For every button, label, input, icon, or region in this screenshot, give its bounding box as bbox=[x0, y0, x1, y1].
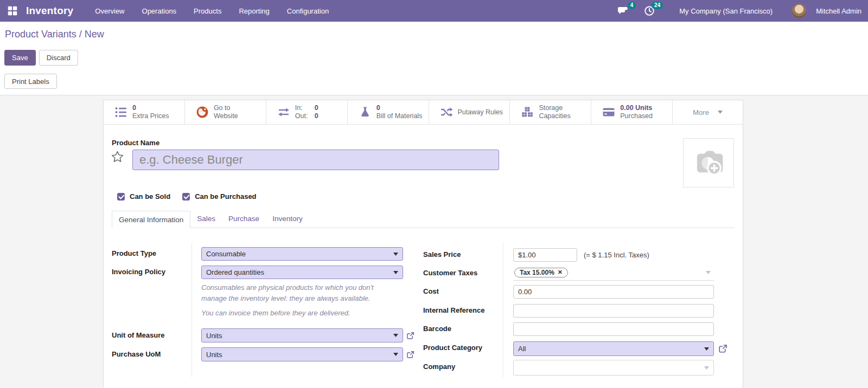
menu-reporting[interactable]: Reporting bbox=[231, 4, 277, 18]
chevron-down-icon bbox=[393, 271, 398, 274]
chevron-down-icon bbox=[718, 111, 723, 114]
exchange-arrows-icon bbox=[277, 106, 290, 119]
internal-reference-label: Internal Reference bbox=[423, 306, 484, 314]
storage-capacities-button[interactable]: Storage Capacities bbox=[510, 100, 591, 124]
invoicing-policy-select[interactable]: Ordered quantities bbox=[201, 266, 403, 279]
customer-taxes-field[interactable]: Tax 15.00% ✕ bbox=[513, 266, 714, 281]
storage-label-line2: Capacities bbox=[539, 112, 570, 120]
can-be-purchased-checkbox[interactable]: Can be Purchased bbox=[182, 192, 256, 201]
breadcrumb[interactable]: Product Variants / New bbox=[5, 29, 104, 40]
invoicing-help-text: You can invoice them before they are del… bbox=[201, 308, 391, 319]
print-labels-button[interactable]: Print Labels bbox=[4, 74, 57, 89]
topbar-right: 4 24 My Company (San Francisco) Mitchell… bbox=[616, 4, 861, 18]
purchased-value: 0.00 Units bbox=[620, 104, 653, 112]
menu-products[interactable]: Products bbox=[186, 4, 229, 18]
more-label: More bbox=[693, 108, 709, 117]
go-to-website-button[interactable]: Go to Website bbox=[185, 100, 266, 124]
flask-icon bbox=[359, 106, 372, 119]
sales-price-input[interactable] bbox=[513, 248, 577, 262]
inventory-app-window: Inventory Overview Operations Products R… bbox=[0, 0, 868, 388]
purchased-label: Purchased bbox=[620, 112, 653, 120]
discard-button[interactable]: Discard bbox=[39, 50, 78, 66]
bom-count: 0 bbox=[376, 104, 423, 112]
putaway-rules-button[interactable]: Putaway Rules bbox=[429, 100, 510, 124]
cubes-icon bbox=[521, 106, 534, 119]
app-name[interactable]: Inventory bbox=[26, 5, 73, 17]
product-type-help-text: Consumables are physical products for wh… bbox=[201, 282, 391, 304]
storage-label-line1: Storage bbox=[539, 104, 570, 112]
more-dropdown-button[interactable]: More bbox=[673, 100, 743, 124]
chevron-down-icon bbox=[393, 253, 398, 256]
cost-input[interactable] bbox=[513, 285, 714, 299]
in-label: In: bbox=[295, 104, 310, 112]
bom-label: Bill of Materials bbox=[376, 112, 423, 120]
chevron-down-icon bbox=[393, 353, 398, 356]
product-image-upload[interactable] bbox=[683, 138, 734, 187]
purchase-uom-external-link-icon[interactable] bbox=[406, 350, 415, 359]
units-purchased-button[interactable]: 0.00 Units Purchased bbox=[591, 100, 673, 124]
product-type-value: Consumable bbox=[206, 250, 246, 258]
user-avatar[interactable] bbox=[792, 4, 806, 18]
can-be-sold-checkbox[interactable]: Can be Sold bbox=[117, 192, 170, 201]
chevron-down-icon bbox=[704, 347, 709, 351]
activities-button[interactable]: 24 bbox=[643, 5, 658, 17]
extra-prices-button[interactable]: 0 Extra Prices bbox=[104, 100, 185, 124]
group-separator bbox=[192, 243, 192, 377]
checkbox-checked-icon bbox=[182, 193, 190, 201]
apps-grid-icon[interactable] bbox=[7, 5, 18, 17]
company-switcher[interactable]: My Company (San Francisco) bbox=[679, 7, 773, 15]
top-navbar: Inventory Overview Operations Products R… bbox=[0, 0, 868, 22]
product-form-sheet: 0 Extra Prices Go to Website bbox=[103, 100, 743, 388]
messages-button[interactable]: 4 bbox=[616, 5, 630, 17]
menu-configuration[interactable]: Configuration bbox=[279, 4, 336, 18]
purchase-uom-select[interactable]: Units bbox=[201, 347, 403, 361]
internal-reference-input[interactable] bbox=[513, 304, 714, 318]
tag-remove-icon[interactable]: ✕ bbox=[558, 269, 563, 275]
tab-purchase[interactable]: Purchase bbox=[222, 210, 266, 228]
bill-of-materials-button[interactable]: 0 Bill of Materials bbox=[348, 100, 429, 124]
barcode-input[interactable] bbox=[513, 322, 714, 336]
credit-card-icon bbox=[602, 106, 615, 119]
action-buttons: Print Labels bbox=[4, 74, 57, 89]
tab-general-information[interactable]: General Information bbox=[112, 211, 190, 228]
out-label: Out: bbox=[295, 112, 310, 120]
menu-operations[interactable]: Operations bbox=[135, 4, 184, 18]
website-label-line2: Website bbox=[214, 112, 238, 120]
favorite-star-icon[interactable] bbox=[111, 150, 124, 164]
product-category-label: Product Category bbox=[423, 344, 482, 352]
product-name-input[interactable] bbox=[132, 150, 499, 170]
tab-inventory[interactable]: Inventory bbox=[266, 210, 309, 228]
product-name-label: Product Name bbox=[112, 139, 159, 147]
user-menu[interactable]: Mitchell Admin bbox=[816, 7, 861, 15]
product-category-external-link-icon[interactable] bbox=[718, 344, 728, 353]
tab-sales[interactable]: Sales bbox=[190, 210, 222, 228]
camera-plus-icon bbox=[691, 147, 726, 179]
main-menu: Overview Operations Products Reporting C… bbox=[87, 4, 336, 18]
uom-select[interactable]: Units bbox=[201, 328, 403, 342]
activities-count-badge: 24 bbox=[652, 2, 663, 9]
tax-included-note: (= $ 1.15 Incl. Taxes) bbox=[584, 251, 649, 259]
product-flags: Can be Sold Can be Purchased bbox=[117, 192, 257, 201]
content-area: 0 Extra Prices Go to Website bbox=[0, 95, 868, 388]
putaway-label: Putaway Rules bbox=[458, 108, 503, 117]
messages-count-badge: 4 bbox=[628, 2, 636, 9]
cost-label: Cost bbox=[423, 287, 439, 295]
save-button[interactable]: Save bbox=[4, 50, 36, 66]
customer-taxes-label: Customer Taxes bbox=[423, 269, 477, 277]
form-actions: Save Discard bbox=[4, 50, 78, 66]
company-select[interactable] bbox=[513, 360, 714, 376]
chevron-down-icon bbox=[393, 334, 398, 337]
uom-external-link-icon[interactable] bbox=[406, 331, 415, 340]
tax-tag-label: Tax 15.00% bbox=[520, 269, 554, 276]
menu-overview[interactable]: Overview bbox=[87, 4, 132, 18]
barcode-label: Barcode bbox=[423, 325, 451, 333]
can-be-sold-label: Can be Sold bbox=[130, 192, 170, 201]
invoicing-policy-label: Invoicing Policy bbox=[112, 268, 165, 276]
chevron-down-icon bbox=[706, 271, 711, 274]
product-category-select[interactable]: All bbox=[513, 341, 714, 356]
product-moves-button[interactable]: In: 0 Out: 0 bbox=[266, 100, 348, 124]
checkbox-checked-icon bbox=[117, 193, 125, 201]
chevron-down-icon bbox=[704, 366, 709, 370]
product-type-select[interactable]: Consumable bbox=[201, 247, 403, 261]
uom-value: Units bbox=[206, 332, 222, 340]
